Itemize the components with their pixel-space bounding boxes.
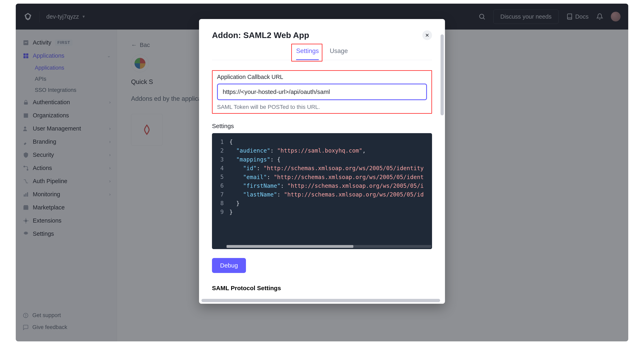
sidebar-label: Branding bbox=[33, 138, 56, 145]
back-label: Bac bbox=[140, 42, 150, 48]
close-icon bbox=[425, 33, 430, 38]
code-token: } bbox=[229, 209, 233, 215]
svg-point-0 bbox=[480, 14, 484, 19]
code-gutter: 1 2 3 4 5 6 7 8 9 bbox=[212, 133, 226, 249]
sidebar-label: Applications bbox=[33, 52, 64, 59]
line-number: 5 bbox=[212, 173, 224, 181]
gear-icon bbox=[23, 231, 29, 237]
sidebar-item-marketplace[interactable]: Marketplace bbox=[16, 201, 117, 214]
logo-wrap bbox=[24, 12, 32, 21]
tenant-name: dev-tyj7qyzz bbox=[46, 13, 79, 20]
svg-rect-15 bbox=[24, 206, 28, 210]
sidebar-item-user-management[interactable]: User Management › bbox=[16, 122, 117, 135]
chevron-down-icon: ▾ bbox=[82, 14, 85, 19]
line-number: 1 bbox=[212, 138, 224, 146]
chevron-right-icon: › bbox=[109, 100, 111, 105]
divider bbox=[39, 11, 40, 22]
first-badge: FIRST bbox=[55, 40, 72, 46]
svg-point-19 bbox=[26, 316, 26, 317]
tab-settings[interactable]: Settings bbox=[296, 47, 319, 60]
saml-addon-icon bbox=[141, 124, 153, 136]
modal-inner: Addon: SAML2 Web App Settings Usage Appl… bbox=[199, 30, 445, 304]
get-support-link[interactable]: Get support bbox=[16, 309, 117, 321]
code-token: "firstName" bbox=[243, 183, 280, 189]
code-token: "http://schemas.xmlsoap.org/ws/2005/05/i… bbox=[284, 191, 424, 198]
sidebar-item-monitoring[interactable]: Monitoring › bbox=[16, 188, 117, 201]
addon-card[interactable] bbox=[131, 114, 162, 146]
svg-rect-12 bbox=[24, 194, 25, 197]
code-token: : bbox=[267, 174, 274, 180]
line-number: 2 bbox=[212, 146, 224, 155]
sidebar: Activity FIRST Applications ⌄ Applicatio… bbox=[16, 30, 117, 341]
give-feedback-link[interactable]: Give feedback bbox=[16, 321, 117, 333]
topbar-right: Discuss your needs Docs bbox=[478, 10, 620, 24]
sidebar-sub-applications[interactable]: Applications bbox=[16, 62, 117, 74]
svg-line-1 bbox=[484, 18, 485, 20]
sidebar-label: Authentication bbox=[33, 99, 70, 106]
docs-link[interactable]: Docs bbox=[566, 13, 588, 20]
sidebar-item-settings[interactable]: Settings bbox=[16, 227, 117, 240]
code-token: : bbox=[280, 183, 288, 189]
sidebar-item-security[interactable]: Security › bbox=[16, 148, 117, 161]
flow-icon bbox=[23, 165, 29, 171]
code-token: { bbox=[277, 156, 280, 163]
sidebar-label: Auth Pipeline bbox=[33, 178, 67, 185]
chevron-right-icon: › bbox=[109, 192, 111, 197]
sidebar-item-actions[interactable]: Actions › bbox=[16, 161, 117, 175]
footer-label: Get support bbox=[32, 312, 61, 318]
code-horizontal-scrollbar[interactable] bbox=[226, 245, 431, 248]
code-token: { bbox=[229, 139, 233, 145]
debug-button[interactable]: Debug bbox=[212, 258, 246, 273]
modal-body: Application Callback URL SAML Token will… bbox=[199, 60, 445, 304]
saml-protocol-heading: SAML Protocol Settings bbox=[212, 285, 432, 291]
sidebar-sub-apis[interactable]: APIs bbox=[16, 74, 117, 85]
code-token: } bbox=[229, 200, 240, 207]
pipeline-icon bbox=[23, 178, 29, 185]
modal-horizontal-scrollbar[interactable] bbox=[202, 299, 440, 302]
discuss-button[interactable]: Discuss your needs bbox=[493, 10, 559, 24]
help-icon bbox=[23, 312, 29, 318]
users-icon bbox=[23, 125, 29, 132]
search-icon[interactable] bbox=[478, 13, 486, 20]
sidebar-item-activity[interactable]: Activity FIRST bbox=[16, 36, 117, 49]
sidebar-item-organizations[interactable]: Organizations bbox=[16, 109, 117, 122]
svg-point-11 bbox=[27, 169, 28, 171]
modal-vertical-scrollbar[interactable] bbox=[440, 34, 444, 115]
book-icon bbox=[566, 13, 573, 20]
line-number: 7 bbox=[212, 190, 224, 199]
svg-rect-8 bbox=[24, 113, 28, 118]
avatar[interactable] bbox=[611, 12, 620, 22]
tab-usage[interactable]: Usage bbox=[330, 47, 348, 60]
applications-icon bbox=[23, 53, 29, 59]
lock-icon bbox=[23, 99, 29, 106]
settings-code-editor[interactable]: 1 2 3 4 5 6 7 8 9 { "audience": "https:/… bbox=[212, 133, 432, 249]
sidebar-label: Monitoring bbox=[33, 191, 60, 198]
chevron-right-icon: › bbox=[109, 179, 111, 184]
code-token: "audience" bbox=[236, 147, 270, 154]
sidebar-footer: Get support Give feedback bbox=[16, 305, 117, 341]
app-logo bbox=[131, 55, 149, 72]
sidebar-item-applications[interactable]: Applications ⌄ bbox=[16, 49, 117, 62]
sidebar-item-branding[interactable]: Branding › bbox=[16, 135, 117, 148]
line-number: 8 bbox=[212, 199, 224, 208]
code-token: "http://schemas.xmlsoap.org/ws/2005/05/i… bbox=[264, 165, 424, 172]
svg-rect-6 bbox=[26, 56, 28, 58]
code-token: "id" bbox=[243, 165, 256, 172]
footer-label: Give feedback bbox=[32, 324, 67, 330]
sidebar-sub-sso[interactable]: SSO Integrations bbox=[16, 85, 117, 96]
sidebar-item-extensions[interactable]: Extensions bbox=[16, 214, 117, 227]
bell-icon[interactable] bbox=[596, 13, 603, 20]
scrollbar-thumb[interactable] bbox=[226, 245, 353, 248]
tenant-dropdown[interactable]: dev-tyj7qyzz ▾ bbox=[46, 13, 85, 20]
line-number: 6 bbox=[212, 181, 224, 190]
callback-url-input[interactable] bbox=[217, 84, 427, 100]
code-token: "lastName" bbox=[243, 191, 277, 198]
code-token: : bbox=[277, 191, 284, 198]
sidebar-item-authentication[interactable]: Authentication › bbox=[16, 96, 117, 109]
close-button[interactable] bbox=[422, 30, 432, 40]
code-content: { "audience": "https://saml.boxyhq.com",… bbox=[212, 133, 432, 249]
code-token: : bbox=[257, 165, 264, 172]
chart-icon bbox=[23, 191, 29, 198]
app-logo-inner bbox=[134, 58, 146, 69]
sidebar-item-auth-pipeline[interactable]: Auth Pipeline › bbox=[16, 175, 117, 188]
